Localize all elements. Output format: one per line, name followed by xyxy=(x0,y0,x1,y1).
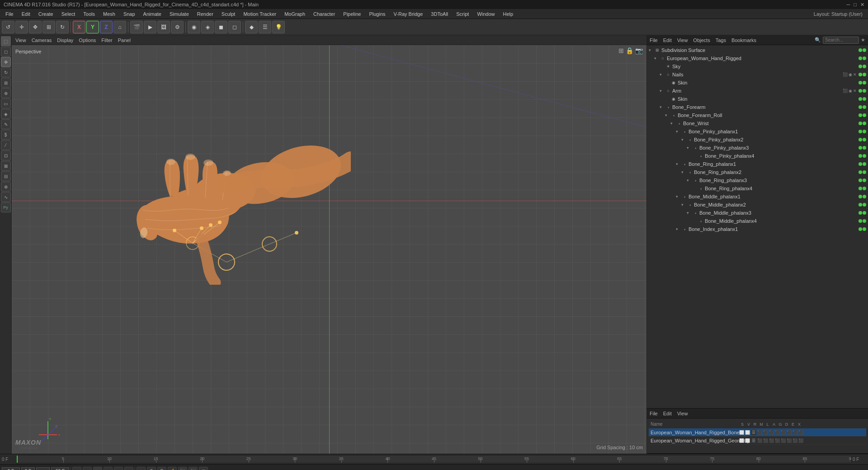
tree-dot[interactable] xyxy=(859,130,862,133)
scale-btn[interactable]: ⊞ xyxy=(42,21,55,33)
tool-poly-sel[interactable]: ◈ xyxy=(1,109,11,119)
tree-item-nails[interactable]: ▾○Nails⬛◉✕ xyxy=(647,70,868,79)
tool-move[interactable]: ✥ xyxy=(1,57,11,67)
viewport-menu-cameras[interactable]: Cameras xyxy=(32,38,52,43)
tree-dot[interactable] xyxy=(859,56,862,60)
tool-bevel[interactable]: ⊟ xyxy=(1,171,11,181)
menu-help[interactable]: Help xyxy=(500,10,517,18)
tree-dot[interactable] xyxy=(863,179,866,182)
tree-dot[interactable] xyxy=(863,195,866,198)
menu-simulate[interactable]: Simulate xyxy=(166,10,193,18)
menu-vray[interactable]: V-Ray Bridge xyxy=(390,10,427,18)
tree-dot[interactable] xyxy=(859,105,862,109)
attr-row-geo[interactable]: European_Woman_Hand_Rigged_Geometry ⬜ ⬜ … xyxy=(649,437,866,445)
tree-icon-tag[interactable]: ⬛ xyxy=(843,72,848,77)
go-start-btn[interactable]: ⏮ xyxy=(72,467,81,470)
timeline-mode-4[interactable]: ⬛ xyxy=(178,467,187,470)
maximize-btn[interactable]: □ xyxy=(854,2,857,8)
tree-icon-tag[interactable]: ⬛ xyxy=(843,89,848,93)
tree-dot[interactable] xyxy=(859,113,862,117)
prev-frame-btn[interactable]: ◀ xyxy=(83,467,92,470)
menu-select[interactable]: Select xyxy=(58,10,79,18)
tree-item-subdivision-surface[interactable]: ▾⊞Subdivision Surface xyxy=(647,46,868,54)
tree-dot[interactable] xyxy=(859,122,862,125)
tree-icon-vis[interactable]: ◉ xyxy=(849,89,852,93)
window-controls[interactable]: ─ □ ✕ xyxy=(847,2,864,8)
om-menu-edit[interactable]: Edit xyxy=(663,38,672,43)
tool-knife[interactable]: ∕ xyxy=(1,140,11,150)
tree-item-bone-ring-phalanx4[interactable]: ⬧Bone_Ring_phalanx4 xyxy=(647,184,868,193)
tree-dot[interactable] xyxy=(863,113,866,117)
tree-item-bone-pinky-phalanx2[interactable]: ▾⬧Bone_Pinky_phalanx2 xyxy=(647,136,868,144)
tree-item-bone-forearm-roll[interactable]: ▾⬧Bone_Forearm_Roll xyxy=(647,111,868,119)
tree-item-bone-pinky-phalanx1[interactable]: ▾⬧Bone_Pinky_phalanx1 xyxy=(647,127,868,136)
render-settings-btn[interactable]: ⚙ xyxy=(171,21,184,33)
tree-dot[interactable] xyxy=(859,81,862,85)
tree-dot[interactable] xyxy=(863,162,866,166)
tree-item-arm[interactable]: ▾○Arm⬛◉✕ xyxy=(647,87,868,95)
tree-dot[interactable] xyxy=(863,146,866,150)
timeline-mode-5[interactable]: ⬛ xyxy=(189,467,198,470)
tree-dot[interactable] xyxy=(859,65,862,68)
world-coord-btn[interactable]: ⌂ xyxy=(113,21,126,33)
render-active-btn[interactable]: ▶ xyxy=(144,21,156,33)
tree-dot[interactable] xyxy=(863,97,866,101)
attr-menu-edit[interactable]: Edit xyxy=(663,411,672,416)
x-axis-btn[interactable]: X xyxy=(73,21,85,33)
viewport-menu-panel[interactable]: Panel xyxy=(118,38,131,43)
tree-item-bone-ring-phalanx2[interactable]: ▾⬧Bone_Ring_phalanx2 xyxy=(647,168,868,176)
tree-item-bone-ring-phalanx3[interactable]: ▾⬧Bone_Ring_phalanx3 xyxy=(647,176,868,184)
menu-character[interactable]: Character xyxy=(310,10,339,18)
tree-item-bone-middle-phalanx1[interactable]: ▾⬧Bone_Middle_phalanx1 xyxy=(647,193,868,201)
tree-item-skin[interactable]: ◉Skin xyxy=(647,95,868,103)
tree-dot[interactable] xyxy=(859,146,862,150)
viewport-menu-view[interactable]: View xyxy=(15,38,26,43)
tree-dot[interactable] xyxy=(863,81,866,85)
menu-sculpt[interactable]: Sculpt xyxy=(218,10,239,18)
tree-dot[interactable] xyxy=(863,105,866,109)
tree-item-skin[interactable]: ◉Skin xyxy=(647,79,868,87)
tool-live-sel[interactable]: ⊕ xyxy=(1,88,11,98)
tool-select[interactable]: ◻ xyxy=(1,47,11,56)
om-bookmark-icon[interactable]: ★ xyxy=(861,37,865,43)
tree-dot[interactable] xyxy=(859,170,862,174)
menu-render[interactable]: Render xyxy=(193,10,217,18)
timeline-mode-3[interactable]: ⚡ xyxy=(168,467,177,470)
tree-icon-vis[interactable]: ◉ xyxy=(849,72,852,77)
tool-spline[interactable]: ∿ xyxy=(1,192,11,202)
tree-dot[interactable] xyxy=(859,97,862,101)
end-frame-input[interactable] xyxy=(51,467,69,470)
tool-mode-btn[interactable]: ⬚ xyxy=(1,36,11,46)
tree-dot[interactable] xyxy=(859,73,862,76)
menu-mograph[interactable]: MoGraph xyxy=(281,10,309,18)
tree-dot[interactable] xyxy=(863,227,866,231)
tree-dot[interactable] xyxy=(863,89,866,93)
frame-step-input[interactable] xyxy=(21,467,35,470)
menu-motion-tracker[interactable]: Motion Tracker xyxy=(240,10,280,18)
om-search-input[interactable] xyxy=(823,37,859,44)
timeline-mode-1[interactable]: ? xyxy=(147,467,156,470)
tree-dot[interactable] xyxy=(863,170,866,174)
tree-item-bone-index-phalanx1[interactable]: ▾⬧Bone_Index_phalanx1 xyxy=(647,225,868,233)
tree-item-bone-forearm[interactable]: ▾⬧Bone_Forearm xyxy=(647,103,868,111)
menu-file[interactable]: File xyxy=(2,10,17,18)
menu-window[interactable]: Window xyxy=(473,10,498,18)
render-btn[interactable]: 🖼 xyxy=(157,21,170,33)
tree-dot[interactable] xyxy=(863,65,866,68)
tree-dot[interactable] xyxy=(863,130,866,133)
viewport-icon-fit[interactable]: ⊞ xyxy=(618,47,624,54)
menu-script[interactable]: Script xyxy=(453,10,472,18)
tree-dot[interactable] xyxy=(859,219,862,223)
tree-item-bone-middle-phalanx4[interactable]: ⬧Bone_Middle_phalanx4 xyxy=(647,217,868,225)
tool-rect-sel[interactable]: ▭ xyxy=(1,99,11,108)
om-menu-tags[interactable]: Tags xyxy=(716,38,726,43)
menu-plugins[interactable]: Plugins xyxy=(365,10,389,18)
menu-snap[interactable]: Snap xyxy=(120,10,139,18)
tool-python[interactable]: Py xyxy=(1,202,11,212)
tree-dot[interactable] xyxy=(863,211,866,215)
timeline-ruler[interactable]: 051015202530354045505560657075808590 xyxy=(16,455,852,463)
viewport-menu-filter[interactable]: Filter xyxy=(101,38,112,43)
tree-dot[interactable] xyxy=(859,179,862,182)
viewport-menu-options[interactable]: Options xyxy=(79,38,96,43)
timeline-mode-6[interactable]: ⊡ xyxy=(199,467,208,470)
